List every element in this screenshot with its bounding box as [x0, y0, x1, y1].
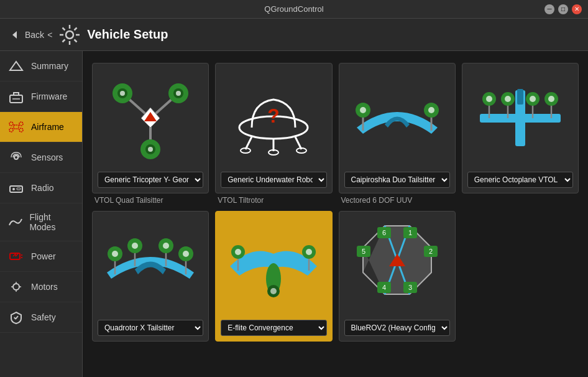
- svg-text:4: 4: [382, 284, 386, 291]
- svg-point-98: [306, 249, 312, 255]
- svg-point-20: [12, 188, 15, 190]
- svg-line-51: [246, 137, 252, 149]
- svg-point-86: [163, 243, 169, 249]
- summary-label: Summary: [31, 61, 68, 71]
- flight-modes-icon: [7, 216, 23, 228]
- airframe-card-tricopter[interactable]: Generic Tricopter Y- Geometry: [92, 63, 209, 193]
- eflite-select[interactable]: E-flite Convergence: [221, 320, 326, 336]
- svg-text:5: 5: [362, 248, 365, 255]
- firmware-icon: [7, 90, 25, 103]
- app-title: QGroundControl: [44, 4, 544, 14]
- maximize-button[interactable]: □: [558, 4, 568, 14]
- tricopter-image: [98, 68, 203, 168]
- close-button[interactable]: ✕: [572, 4, 582, 14]
- bluerov-select[interactable]: BlueROV2 (Heavy Configuration: [344, 320, 450, 336]
- octoplane-select[interactable]: Generic Octoplane VTOL: [467, 172, 573, 188]
- svg-rect-17: [14, 125, 19, 129]
- svg-marker-10: [10, 62, 22, 70]
- eflite-image: [221, 216, 326, 316]
- safety-icon: [7, 311, 25, 323]
- svg-point-46: [148, 147, 153, 152]
- sidebar-item-flight-modes[interactable]: Flight Modes: [0, 203, 82, 241]
- svg-rect-21: [17, 188, 21, 190]
- summary-icon: [7, 60, 25, 72]
- svg-point-95: [235, 249, 241, 255]
- underwater-select[interactable]: Generic Underwater Robot: [221, 172, 326, 188]
- sidebar: Summary Firmware: [0, 51, 83, 377]
- svg-line-8: [63, 39, 65, 42]
- svg-marker-0: [12, 31, 17, 39]
- svg-point-15: [9, 128, 13, 132]
- back-arrow-icon: [9, 29, 22, 41]
- row1-type-labels: VTOL Quad Tailsitter VTOL Tiltrotor Vect…: [92, 196, 579, 205]
- airframe-card-caipiroshka[interactable]: Caipiroshka Duo Tailsitter: [339, 63, 456, 193]
- svg-point-89: [183, 251, 189, 257]
- svg-point-16: [19, 128, 23, 132]
- svg-point-18: [14, 156, 18, 159]
- svg-point-59: [360, 107, 366, 113]
- airframe-card-quadrotor[interactable]: Quadrotor X Tailsitter: [92, 211, 209, 342]
- firmware-label: Firmware: [31, 91, 67, 101]
- airframe-card-bluerov[interactable]: 1 2 3 4 5: [339, 211, 456, 342]
- svg-text:3: 3: [408, 284, 412, 291]
- flight-modes-label: Flight Modes: [29, 212, 75, 232]
- sidebar-item-motors[interactable]: Motors: [0, 272, 82, 302]
- tricopter-select[interactable]: Generic Tricopter Y- Geometry: [98, 172, 203, 188]
- main-layout: Summary Firmware: [0, 51, 588, 377]
- page-title: Vehicle Setup: [87, 27, 168, 42]
- window-controls: ─ □ ✕: [544, 4, 582, 14]
- svg-point-68: [486, 96, 492, 102]
- svg-point-71: [505, 96, 511, 102]
- back-button[interactable]: Back <: [9, 29, 52, 41]
- svg-point-40: [120, 91, 125, 96]
- safety-label: Safety: [31, 312, 56, 322]
- sidebar-item-power[interactable]: Power: [0, 241, 82, 272]
- airframe-card-underwater[interactable]: ? Generic Underwater Robot: [215, 63, 332, 193]
- svg-point-43: [176, 91, 181, 96]
- svg-point-74: [530, 96, 536, 102]
- type-label-underwater: VTOL Tiltrotor: [215, 196, 332, 205]
- type-label-tricopter: VTOL Quad Tailsitter: [92, 196, 209, 205]
- minimize-button[interactable]: ─: [544, 4, 554, 14]
- svg-line-6: [63, 27, 65, 30]
- svg-point-80: [112, 251, 118, 257]
- airframe-row2: Quadrotor X Tailsitter: [92, 211, 579, 342]
- caipiroshka-select[interactable]: Caipiroshka Duo Tailsitter: [344, 172, 450, 188]
- type-label-octoplane: [462, 196, 579, 205]
- content-area: Generic Tricopter Y- Geometry ?: [83, 51, 588, 377]
- svg-line-9: [75, 27, 77, 30]
- airframe-icon: [7, 121, 25, 133]
- svg-text:?: ?: [268, 105, 280, 127]
- octoplane-image: [467, 68, 573, 168]
- airframe-label: Airframe: [31, 122, 64, 132]
- airframe-card-octoplane[interactable]: Generic Octoplane VTOL: [462, 63, 579, 193]
- sidebar-item-sensors[interactable]: Sensors: [0, 142, 82, 173]
- svg-point-62: [428, 107, 434, 113]
- svg-line-53: [295, 137, 301, 149]
- bluerov-image: 1 2 3 4 5: [344, 216, 450, 316]
- svg-rect-65: [517, 89, 523, 105]
- sidebar-item-safety[interactable]: Safety: [0, 302, 82, 333]
- sidebar-item-summary[interactable]: Summary: [0, 51, 82, 81]
- titlebar: QGroundControl ─ □ ✕: [0, 0, 588, 19]
- back-label: Back: [25, 30, 44, 40]
- quadrotor-select[interactable]: Quadrotor X Tailsitter: [98, 320, 203, 336]
- airframe-card-eflite[interactable]: E-flite Convergence: [215, 211, 332, 342]
- underwater-image: ?: [221, 68, 326, 168]
- motors-label: Motors: [31, 282, 58, 292]
- svg-point-77: [548, 96, 554, 102]
- svg-text:1: 1: [408, 229, 412, 236]
- power-label: Power: [31, 251, 56, 261]
- caipiroshka-image: [344, 68, 450, 168]
- svg-point-83: [132, 243, 138, 249]
- sidebar-item-radio[interactable]: Radio: [0, 173, 82, 203]
- gear-icon: [58, 24, 81, 46]
- svg-text:6: 6: [382, 229, 386, 236]
- type-label-caipiroshka: Vectored 6 DOF UUV: [339, 196, 456, 205]
- sidebar-item-firmware[interactable]: Firmware: [0, 81, 82, 112]
- radio-icon: [7, 182, 25, 194]
- svg-point-13: [9, 122, 13, 126]
- sensors-icon: [7, 151, 25, 164]
- sidebar-item-airframe[interactable]: Airframe: [0, 112, 82, 142]
- svg-point-1: [66, 31, 73, 39]
